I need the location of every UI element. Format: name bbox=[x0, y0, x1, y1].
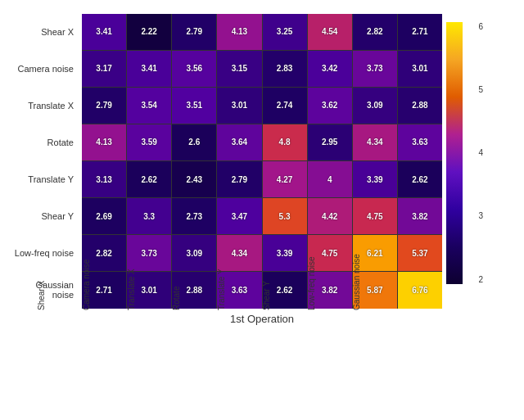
heatmap-cell: 4.27 bbox=[263, 161, 307, 197]
heatmap-cell: 2.88 bbox=[398, 88, 442, 124]
heatmap-cell: 3.56 bbox=[172, 51, 216, 87]
heatmap-cell: 3.82 bbox=[398, 198, 442, 234]
heatmap-cell: 3.25 bbox=[263, 14, 307, 50]
x-label: Gaussian noise bbox=[352, 247, 397, 313]
heatmap-cell: 2.62 bbox=[398, 161, 442, 197]
heatmap-cell: 2.79 bbox=[217, 161, 261, 197]
heatmap-cell: 2.43 bbox=[172, 161, 216, 197]
heatmap-cell: 3.41 bbox=[82, 14, 126, 50]
heatmap-cell: 2.79 bbox=[172, 14, 216, 50]
heatmap-cell: 2.73 bbox=[172, 198, 216, 234]
heatmap-cell: 4.54 bbox=[308, 14, 352, 50]
colorbar-tick-label: 3 bbox=[478, 211, 483, 220]
colorbar: 65432 bbox=[446, 22, 463, 317]
x-axis-title: 1st Operation bbox=[180, 313, 344, 325]
heatmap-cell: 2.71 bbox=[398, 14, 442, 50]
heatmap-cell: 5.3 bbox=[263, 198, 307, 234]
heatmap-cell: 4.34 bbox=[353, 124, 397, 160]
heatmap-cell: 2.82 bbox=[353, 14, 397, 50]
heatmap-cell: 2.95 bbox=[308, 124, 352, 160]
heatmap-cell: 4 bbox=[308, 161, 352, 197]
colorbar-tick-label: 2 bbox=[478, 275, 483, 284]
heatmap-cell: 4.13 bbox=[82, 124, 126, 160]
heatmap-cell: 4.75 bbox=[353, 198, 397, 234]
heatmap-cell: 3.42 bbox=[308, 51, 352, 87]
heatmap-cell: 3.39 bbox=[353, 161, 397, 197]
heatmap-cell: 2.83 bbox=[263, 51, 307, 87]
heatmap-cell: 4.13 bbox=[217, 14, 261, 50]
colorbar-tick-label: 4 bbox=[478, 148, 483, 157]
heatmap-cell: 3.54 bbox=[127, 88, 171, 124]
heatmap-cell: 3.13 bbox=[82, 161, 126, 197]
chart-container: 2nd Operation Shear XCamera noiseTransla… bbox=[8, 6, 516, 415]
heatmap-cell: 5.37 bbox=[398, 235, 442, 271]
heatmap-cell: 3.09 bbox=[353, 88, 397, 124]
heatmap-cell: 2.6 bbox=[172, 124, 216, 160]
y-label: Shear X bbox=[12, 14, 78, 51]
heatmap-cell: 3.47 bbox=[217, 198, 261, 234]
heatmap-cell: 3.59 bbox=[127, 124, 171, 160]
heatmap-cell: 3.3 bbox=[127, 198, 171, 234]
y-label: Rotate bbox=[12, 124, 78, 161]
heatmap-cell: 2.69 bbox=[82, 198, 126, 234]
heatmap-cell: 3.64 bbox=[217, 124, 261, 160]
x-label: Low-freq noise bbox=[307, 247, 352, 313]
heatmap-cell: 3.63 bbox=[398, 124, 442, 160]
heatmap-cell: 2.22 bbox=[127, 14, 171, 50]
colorbar-tick-label: 6 bbox=[478, 22, 483, 31]
heatmap-cell: 3.51 bbox=[172, 88, 216, 124]
y-label: Shear Y bbox=[12, 198, 78, 235]
x-label: Translate X bbox=[127, 247, 172, 313]
heatmap-cell: 6.76 bbox=[398, 272, 442, 308]
heatmap-cell: 2.62 bbox=[127, 161, 171, 197]
heatmap-cell: 3.15 bbox=[217, 51, 261, 87]
heatmap-cell: 4.42 bbox=[308, 198, 352, 234]
heatmap-cell: 3.17 bbox=[82, 51, 126, 87]
y-label: Camera noise bbox=[12, 51, 78, 88]
x-label: Shear X bbox=[37, 247, 82, 313]
colorbar-labels: 65432 bbox=[478, 22, 483, 284]
y-label: Translate Y bbox=[12, 161, 78, 198]
x-label: Translate Y bbox=[217, 247, 262, 313]
y-label: Translate X bbox=[12, 88, 78, 124]
x-label: Rotate bbox=[172, 247, 217, 313]
heatmap-cell: 3.01 bbox=[398, 51, 442, 87]
x-label: Shear Y bbox=[262, 247, 307, 313]
colorbar-gradient bbox=[446, 22, 463, 284]
colorbar-tick-label: 5 bbox=[478, 85, 483, 94]
heatmap-cell: 2.74 bbox=[263, 88, 307, 124]
heatmap-cell: 3.41 bbox=[127, 51, 171, 87]
heatmap-cell: 2.79 bbox=[82, 88, 126, 124]
heatmap-cell: 4.8 bbox=[263, 124, 307, 160]
heatmap-cell: 3.62 bbox=[308, 88, 352, 124]
chart-area: Shear XCamera noiseTranslate XRotateTran… bbox=[82, 14, 458, 325]
x-label: Camera noise bbox=[82, 247, 127, 313]
heatmap-cell: 3.73 bbox=[353, 51, 397, 87]
heatmap-cell: 3.01 bbox=[217, 88, 261, 124]
